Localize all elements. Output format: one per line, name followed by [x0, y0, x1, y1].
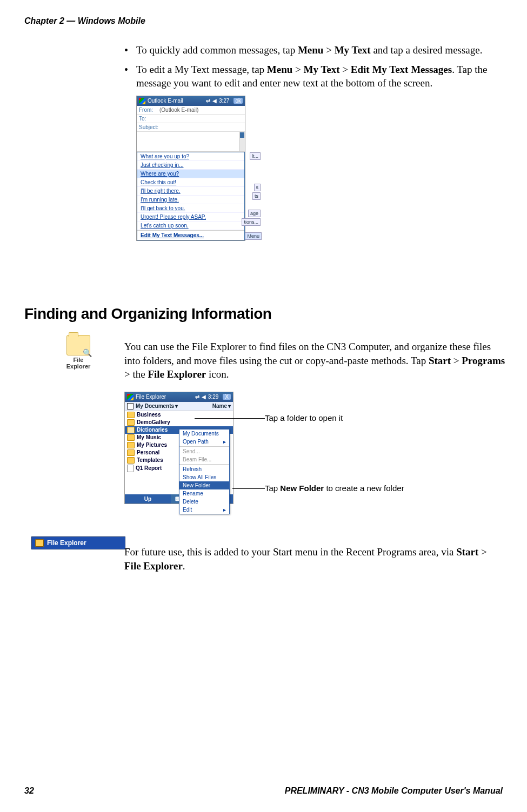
chevron-down-icon: ▾ [228, 403, 231, 409]
to-label: To: [139, 116, 159, 122]
folder-row[interactable]: DemoGallery [125, 419, 233, 426]
text: > [292, 64, 303, 75]
chevron-right-icon: ▸ [223, 507, 226, 513]
menu-label: Menu [267, 64, 293, 75]
folder-name: DemoGallery [137, 419, 170, 425]
page-footer: 32 PRELIMINARY - CN3 Mobile Computer Use… [24, 786, 503, 796]
folder-icon [127, 427, 135, 433]
from-label: From: [139, 107, 159, 113]
ctx-delete[interactable]: Delete [179, 498, 229, 506]
mytext-item[interactable]: Where are you? [137, 170, 244, 178]
folder-icon [127, 412, 135, 418]
text: > [478, 546, 486, 558]
mytext-item[interactable]: I'll be right there. [137, 187, 244, 196]
from-value: (Outlook E-mail) [159, 107, 198, 113]
folder-name: Dictionaries [137, 427, 168, 433]
folder-icon [127, 442, 135, 448]
text: . [183, 560, 185, 572]
folder-name: My Pictures [137, 442, 167, 448]
callout-tap-folder: Tap a folder to open it [265, 413, 343, 422]
side-tab: lt... [250, 152, 261, 160]
ctx-edit[interactable]: Edit▸ [179, 506, 229, 514]
ctx-rename[interactable]: Rename [179, 489, 229, 498]
menu-label: Menu [298, 44, 324, 56]
mytext-popup: lt... s ts age tions... What are you up … [137, 152, 245, 240]
edit-mytext-messages[interactable]: Edit My Text Messages... [137, 230, 244, 240]
start-label: Start [456, 546, 478, 558]
mytext-item[interactable]: Urgent! Please reply ASAP. [137, 213, 244, 222]
clock: 3:29 [208, 394, 218, 400]
folder-row[interactable]: Business [125, 411, 233, 419]
folder-name: Personal [137, 449, 159, 455]
menu-tab[interactable]: Menu [245, 232, 262, 240]
ctx-refresh[interactable]: Refresh [179, 465, 229, 473]
scroll-handle[interactable] [240, 132, 244, 138]
window-title: Outlook E-mail [148, 98, 183, 104]
window-titlebar: File Explorer ⇄◀3:29 X [125, 392, 233, 402]
section-heading: Finding and Organizing Information [24, 305, 271, 323]
side-tab: age [248, 210, 261, 217]
text: Tap [265, 484, 280, 493]
file-name: Q1 Report [136, 465, 162, 471]
side-tab: ts [252, 192, 261, 200]
start-menu-file-explorer[interactable]: File Explorer [31, 536, 125, 549]
screenshot-outlook-mytext: Outlook E-mail ⇄◀3:27 ok From: (Outlook … [136, 96, 245, 241]
paragraph-1: You can use the File Explorer to find fi… [124, 340, 508, 381]
main-content: To quickly add common messages, tap Menu… [124, 43, 503, 241]
start-label: Start [429, 355, 451, 366]
file-explorer-label: File Explorer [148, 368, 206, 380]
volume-icon: ◀ [202, 394, 206, 400]
edit-mytext-label: Edit My Text Messages [351, 64, 452, 75]
mytext-item[interactable]: Let's catch up soon. [137, 222, 244, 230]
mytext-item[interactable]: I'll get back to you. [137, 204, 244, 213]
bullet-2: To edit a My Text message, tap Menu > My… [124, 63, 503, 90]
label: File Explorer [47, 539, 86, 547]
chevron-right-icon: ▸ [223, 439, 226, 445]
folder-icon [127, 457, 135, 464]
text: > the [124, 368, 148, 380]
chevron-down-icon: ▾ [175, 403, 178, 409]
window-titlebar: Outlook E-mail ⇄◀3:27 ok [137, 96, 245, 106]
file-explorer-program-icon: File Explorer [61, 335, 96, 370]
ok-button[interactable]: ok [234, 98, 243, 104]
breadcrumb-bar[interactable]: My Documents ▾ Name ▾ [125, 402, 233, 411]
close-button[interactable]: X [223, 394, 231, 400]
bullet-1: To quickly add common messages, tap Menu… [124, 43, 503, 57]
context-menu: My Documents Open Path▸ Send... Beam Fil… [179, 429, 230, 514]
sync-icon: ⇄ [195, 394, 199, 400]
clock: 3:27 [219, 98, 229, 104]
folder-name: My Music [137, 434, 161, 440]
mytext-item[interactable]: Check this out! [137, 178, 244, 187]
sync-icon: ⇄ [206, 98, 210, 104]
paragraph-2: For future use, this is added to your St… [124, 545, 503, 573]
start-flag-icon[interactable] [139, 98, 145, 104]
text: and tap a desired message. [371, 44, 483, 56]
compose-body[interactable] [137, 132, 245, 152]
mytext-item[interactable]: Just checking in... [137, 161, 244, 170]
programs-label: Programs [462, 355, 505, 366]
ctx-beam-file: Beam File... [179, 455, 229, 464]
ctx-open-path[interactable]: Open Path▸ [179, 438, 229, 446]
mytext-item[interactable]: What are you up to? [137, 152, 244, 161]
to-field[interactable]: To: [137, 115, 245, 123]
text: icon. [206, 368, 229, 380]
mytext-label: My Text [335, 44, 371, 56]
ctx-send: Send... [179, 447, 229, 455]
file-explorer-label: File Explorer [124, 560, 183, 572]
subject-field[interactable]: Subject: [137, 123, 245, 132]
ctx-new-folder[interactable]: New Folder [179, 481, 229, 489]
up-button[interactable]: Up [125, 494, 171, 504]
sort-label[interactable]: Name [212, 403, 227, 409]
ctx-show-all-files[interactable]: Show All Files [179, 473, 229, 481]
folder-icon [127, 419, 135, 426]
text: To edit a My Text message, tap [136, 64, 267, 75]
breadcrumb[interactable]: My Documents [136, 403, 174, 409]
start-flag-icon[interactable] [127, 394, 134, 400]
folder-name: Templates [137, 457, 163, 463]
text: > [340, 64, 351, 75]
ctx-my-documents[interactable]: My Documents [179, 430, 229, 438]
text: For future use, this is added to your St… [124, 546, 456, 558]
screenshot-file-explorer: File Explorer ⇄◀3:29 X My Documents ▾ Na… [124, 392, 234, 504]
folder-icon [35, 539, 44, 547]
mytext-item[interactable]: I'm running late. [137, 196, 244, 204]
